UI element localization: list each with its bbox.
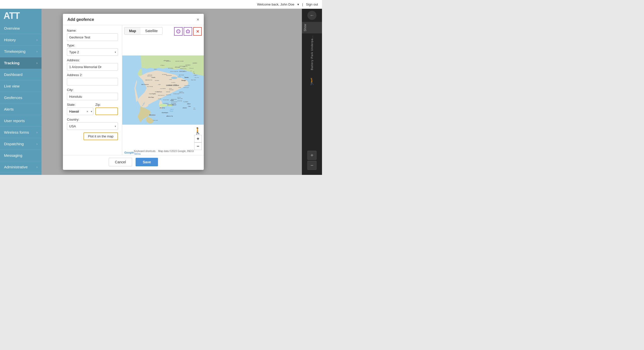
svg-text:Dallas: Dallas xyxy=(171,100,174,101)
svg-text:TEXAS: TEXAS xyxy=(158,98,162,99)
svg-point-75 xyxy=(148,97,149,98)
svg-point-85 xyxy=(160,108,160,108)
map-shape-controls: ✕ xyxy=(174,27,202,36)
modal-header: Add geofence × xyxy=(63,14,204,25)
app-logo: ATT xyxy=(0,9,42,23)
circle-shape-button[interactable] xyxy=(174,27,183,36)
svg-text:CALIFORNIA: CALIFORNIA xyxy=(147,86,153,87)
svg-text:ILLINOIS: ILLINOIS xyxy=(171,82,175,83)
sidebar-item-tracking[interactable]: Tracking› xyxy=(0,57,42,69)
svg-text:MICHIGAN: MICHIGAN xyxy=(179,74,184,76)
sidebar-item-userreports[interactable]: User reports xyxy=(0,115,42,127)
svg-text:Gulf of: Gulf of xyxy=(170,109,174,110)
svg-text:United States: United States xyxy=(166,84,179,86)
svg-text:SASKATCHEWAN: SASKATCHEWAN xyxy=(175,61,184,62)
svg-text:WASHINGTON: WASHINGTON xyxy=(145,79,152,81)
svg-text:MINNESOTA: MINNESOTA xyxy=(180,68,186,69)
svg-marker-1 xyxy=(186,30,190,33)
modal-body: Name: Type: Type 1 Type 2 Type 3 xyxy=(63,25,204,155)
sidebar-item-history[interactable]: History› xyxy=(0,34,42,46)
svg-point-71 xyxy=(157,92,157,92)
map-footer-right: Keyboard shortcuts Map data ©2023 Google… xyxy=(134,150,202,155)
sidebar-item-dashboard[interactable]: Dashboard xyxy=(0,69,42,80)
map-background[interactable]: ONTARIO QUEBEC SASKATCHEWAN ALBERTA Otta… xyxy=(122,25,204,155)
keyboard-shortcuts[interactable]: Keyboard shortcuts xyxy=(134,150,155,153)
type-label: Type: xyxy=(67,43,118,47)
svg-point-6 xyxy=(171,77,177,79)
svg-text:IOWA: IOWA xyxy=(169,79,172,80)
state-zip-row: State: Hawaii California Arizona × xyxy=(67,103,118,115)
svg-point-81 xyxy=(167,105,168,105)
map-tab-map[interactable]: Map xyxy=(125,27,141,34)
state-label: State: xyxy=(67,103,93,107)
country-label: Country: xyxy=(67,118,118,121)
svg-text:TENNESSEE: TENNESSEE xyxy=(173,93,180,94)
state-clear-icon[interactable]: × xyxy=(85,110,90,113)
sidebar-item-liveview[interactable]: Live view xyxy=(0,80,42,92)
svg-point-7 xyxy=(177,76,181,78)
country-select-wrapper: USA Canada Mexico xyxy=(67,122,118,130)
sidebar-item-label: User reports xyxy=(4,119,25,123)
terms-link[interactable]: Terms xyxy=(134,153,141,155)
welcome-text: Welcome back, John Doe xyxy=(257,3,294,6)
sidebar-item-arrow-icon: › xyxy=(36,142,37,146)
svg-text:WEST: WEST xyxy=(169,88,172,89)
state-select[interactable]: Hawaii California Arizona xyxy=(67,108,85,115)
sidebar-item-label: Wireless forms xyxy=(4,130,29,134)
svg-text:Mexico: Mexico xyxy=(170,111,173,112)
sidebar-item-overview[interactable]: Overview xyxy=(0,23,42,34)
polygon-shape-button[interactable] xyxy=(184,27,192,36)
address-input[interactable] xyxy=(67,63,118,71)
svg-text:Miami: Miami xyxy=(187,103,190,105)
svg-text:Guadalajara: Guadalajara xyxy=(162,112,168,113)
svg-point-65 xyxy=(151,77,152,78)
svg-text:Toronto: Toronto xyxy=(184,77,189,78)
svg-text:Seattle: Seattle xyxy=(152,77,155,78)
sidebar-item-alerts[interactable]: Alerts xyxy=(0,104,42,115)
name-group: Name: xyxy=(67,29,118,41)
sidebar-item-messaging[interactable]: Messaging xyxy=(0,150,42,161)
sidebar-item-wfm[interactable]: WFM xyxy=(0,173,42,175)
country-select[interactable]: USA Canada Mexico xyxy=(67,122,118,130)
top-bar: Welcome back, John Doe ▾ | Sign out xyxy=(0,0,322,9)
state-arrow-icon xyxy=(90,110,93,113)
svg-text:Calgary: Calgary xyxy=(161,65,165,66)
map-pegman-icon[interactable]: 🚶 xyxy=(194,127,202,135)
save-button[interactable]: Save xyxy=(136,158,158,166)
sidebar-item-label: Administrative xyxy=(4,165,28,169)
address2-input[interactable] xyxy=(67,78,118,85)
sidebar-item-geofences[interactable]: Geofences xyxy=(0,92,42,104)
svg-text:Cuba: Cuba xyxy=(188,106,191,107)
type-select[interactable]: Type 1 Type 2 Type 3 xyxy=(67,48,118,56)
map-tab-satellite[interactable]: Satellite xyxy=(141,27,162,34)
user-dropdown-arrow[interactable]: ▾ xyxy=(297,3,299,6)
map-tabs: Map Satellite xyxy=(124,27,163,35)
svg-text:San Diego: San Diego xyxy=(149,97,154,98)
sidebar-item-timekeeping[interactable]: Timekeeping› xyxy=(0,46,42,57)
modal-close-button[interactable]: × xyxy=(196,17,199,22)
sidebar-item-arrow-icon: › xyxy=(36,131,37,134)
modal-footer: Cancel Save xyxy=(63,155,204,170)
svg-text:SOUTH DAKOTA: SOUTH DAKOTA xyxy=(179,71,187,72)
plot-on-map-button[interactable]: Plot it on the map xyxy=(84,132,118,140)
address2-group: Address 2: xyxy=(67,73,118,85)
svg-point-73 xyxy=(149,94,150,94)
separator1: | xyxy=(302,3,303,6)
city-input[interactable] xyxy=(67,93,118,100)
sidebar-item-wirelessforms[interactable]: Wireless forms› xyxy=(0,127,42,138)
sidebar-item-label: Geofences xyxy=(4,95,22,100)
map-zoom-out-button[interactable]: − xyxy=(194,142,202,150)
sidebar-item-administrative[interactable]: Administrative› xyxy=(0,161,42,173)
svg-text:OKLAHOMA: OKLAHOMA xyxy=(163,99,169,101)
svg-text:Edmonton: Edmonton xyxy=(164,60,169,61)
svg-text:MISSOURI: MISSOURI xyxy=(166,94,171,95)
clear-shape-button[interactable]: ✕ xyxy=(193,27,202,36)
zip-input[interactable] xyxy=(95,108,118,115)
sidebar-item-dispatching[interactable]: Dispatching› xyxy=(0,138,42,150)
map-zoom-in-button[interactable]: + xyxy=(194,135,202,142)
svg-text:PENN: PENN xyxy=(178,87,181,88)
cancel-button[interactable]: Cancel xyxy=(109,158,132,166)
name-input[interactable] xyxy=(67,33,118,41)
sidebar-item-label: Dashboard xyxy=(4,72,22,77)
name-label: Name: xyxy=(67,29,118,32)
